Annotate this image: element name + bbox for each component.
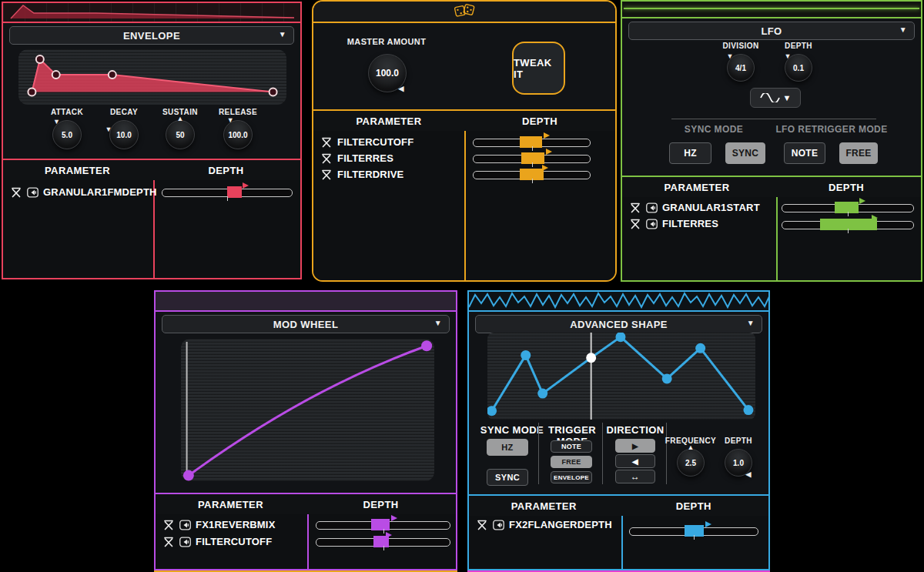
- decay-knob[interactable]: 10.0 ▼: [109, 120, 139, 149]
- trigger-free-button[interactable]: FREE: [551, 456, 592, 468]
- speaker-icon[interactable]: [646, 219, 658, 229]
- master-amount-value: 100.0: [376, 68, 399, 79]
- envelope-selector[interactable]: ENVELOPE ▼: [9, 26, 294, 45]
- remove-icon[interactable]: [630, 219, 641, 229]
- lfo-waveform-button[interactable]: ▼: [750, 88, 801, 108]
- remove-icon[interactable]: [163, 537, 175, 547]
- sync-mode-sync-button[interactable]: SYNC: [487, 469, 528, 486]
- depth-slider[interactable]: [473, 167, 591, 182]
- decay-label: DECAY: [96, 108, 152, 116]
- panel-title: ENVELOPE: [123, 30, 180, 42]
- release-knob-block: RELEASE 100.0 ▼: [210, 108, 266, 149]
- chevron-down-icon: ▼: [899, 25, 907, 34]
- direction-forward-button[interactable]: ▶: [615, 439, 655, 453]
- speaker-icon[interactable]: [493, 520, 504, 530]
- parameter-name: FILTERCUTOFF: [196, 536, 272, 547]
- attack-knob[interactable]: 5.0 ▼: [52, 120, 82, 149]
- trigger-note-button[interactable]: NOTE: [551, 440, 592, 453]
- slider-fill[interactable]: [371, 519, 390, 530]
- parameter-header: PARAMETER: [3, 165, 152, 176]
- parameter-header: PARAMETER: [622, 182, 772, 193]
- lfo-depth-knob[interactable]: 0.1 ▼: [785, 54, 812, 82]
- slider-flag-marker[interactable]: [386, 532, 392, 538]
- slider-center-tick: [383, 529, 384, 534]
- remove-icon[interactable]: [163, 520, 175, 530]
- direction-backward-button[interactable]: ◀: [615, 454, 655, 468]
- remove-icon[interactable]: [11, 187, 22, 198]
- frequency-knob[interactable]: 2.5 ▲: [677, 449, 705, 477]
- speaker-icon[interactable]: [646, 202, 658, 213]
- speaker-icon[interactable]: [179, 520, 191, 530]
- division-label: DIVISION: [713, 42, 768, 50]
- slider-fill[interactable]: [521, 152, 545, 164]
- sync-mode-hz-button[interactable]: HZ: [487, 439, 528, 456]
- depth-slider[interactable]: [782, 217, 914, 232]
- division-knob[interactable]: 4/1 ▼: [727, 54, 755, 82]
- modulators-workspace: ENVELOPE ▼ ATTACK 5.0 ▼ DECAY 10.0 ▼ SUS…: [0, 0, 924, 572]
- remove-icon[interactable]: [321, 137, 333, 148]
- slider-flag-marker[interactable]: [859, 198, 865, 204]
- depth-slider[interactable]: [316, 517, 450, 533]
- slider-fill[interactable]: [227, 186, 242, 198]
- sync-mode-hz-button[interactable]: HZ: [669, 142, 711, 164]
- section-divider: [602, 423, 603, 484]
- slider-flag-marker[interactable]: [872, 215, 878, 221]
- master-amount-knob[interactable]: 100.0 ◀: [368, 54, 407, 92]
- direction-label: DIRECTION: [604, 424, 666, 436]
- decay-knob-block: DECAY 10.0 ▼: [96, 108, 152, 149]
- knob-position-marker: ▼: [53, 119, 60, 125]
- sustain-knob-block: SUSTAIN 50 ▲: [152, 108, 208, 149]
- depth-slider[interactable]: [782, 200, 914, 216]
- trigger-envelope-button[interactable]: ENVELOPE: [551, 471, 592, 483]
- modwheel-curve-display[interactable]: [181, 339, 434, 481]
- slider-flag-marker[interactable]: [705, 521, 711, 527]
- shape-curve[interactable]: [487, 333, 755, 420]
- shape-editor-display[interactable]: [487, 333, 755, 420]
- sine-wave-icon: [760, 93, 780, 102]
- tweak-it-button[interactable]: TWEAK IT: [512, 42, 565, 95]
- envelope-thumbnail: [3, 3, 300, 20]
- remove-icon[interactable]: [477, 520, 488, 530]
- depth-slider[interactable]: [629, 523, 758, 539]
- depth-slider[interactable]: [316, 534, 450, 550]
- remove-icon[interactable]: [321, 169, 333, 180]
- table-header: PARAMETER DEPTH: [156, 493, 456, 516]
- advanced-shape-selector[interactable]: ADVANCED SHAPE ▼: [475, 315, 762, 333]
- slider-flag-marker[interactable]: [391, 515, 397, 521]
- advanced-shape-panel: ADVANCED SHAPE ▼ SYNC MODE TRIGGER MODE …: [467, 290, 770, 570]
- modwheel-selector[interactable]: MOD WHEEL ▼: [162, 315, 450, 333]
- speaker-icon[interactable]: [179, 537, 191, 547]
- decay-value: 10.0: [116, 131, 131, 139]
- sync-mode-sync-button[interactable]: SYNC: [725, 142, 765, 164]
- master-amount-label: MASTER AMOUNT: [336, 37, 437, 46]
- remove-icon[interactable]: [321, 153, 333, 164]
- envelope-curve[interactable]: [18, 49, 286, 105]
- tweak-panel: MASTER AMOUNT 100.0 ◀ TWEAK IT PARAMETER…: [312, 0, 617, 282]
- depth-slider[interactable]: [473, 151, 591, 166]
- lfo-selector[interactable]: LFO ▼: [628, 22, 915, 40]
- knob-position-marker: ◀: [399, 85, 404, 92]
- slider-flag-marker[interactable]: [546, 149, 552, 155]
- depth-header: DEPTH: [152, 165, 300, 176]
- lfo-panel: LFO ▼ DIVISION 4/1 ▼ DEPTH 0.1 ▼ ▼ SYNC …: [621, 0, 922, 282]
- retrigger-note-button[interactable]: NOTE: [784, 142, 825, 164]
- remove-icon[interactable]: [630, 202, 641, 213]
- envelope-display[interactable]: [18, 49, 286, 105]
- depth-slider[interactable]: [162, 185, 293, 200]
- slider-flag-marker[interactable]: [544, 132, 550, 139]
- panel-title: LFO: [761, 25, 782, 37]
- retrigger-free-button[interactable]: FREE: [839, 142, 878, 164]
- modwheel-curve[interactable]: [181, 339, 434, 481]
- knob-position-marker: ▼: [784, 53, 791, 60]
- slider-fill[interactable]: [835, 202, 859, 213]
- slider-flag-marker[interactable]: [542, 165, 548, 171]
- release-knob[interactable]: 100.0 ▼: [223, 120, 253, 149]
- advanced-thumbnail-strip: [469, 292, 768, 312]
- adv-depth-knob[interactable]: 1.0 ◀: [725, 449, 752, 477]
- slider-flag-marker[interactable]: [243, 182, 249, 189]
- parameter-header: PARAMETER: [469, 500, 619, 512]
- sustain-knob[interactable]: 50 ▲: [166, 120, 195, 149]
- depth-slider[interactable]: [473, 135, 591, 150]
- direction-pingpong-button[interactable]: ↔: [615, 470, 655, 483]
- speaker-icon[interactable]: [27, 187, 38, 198]
